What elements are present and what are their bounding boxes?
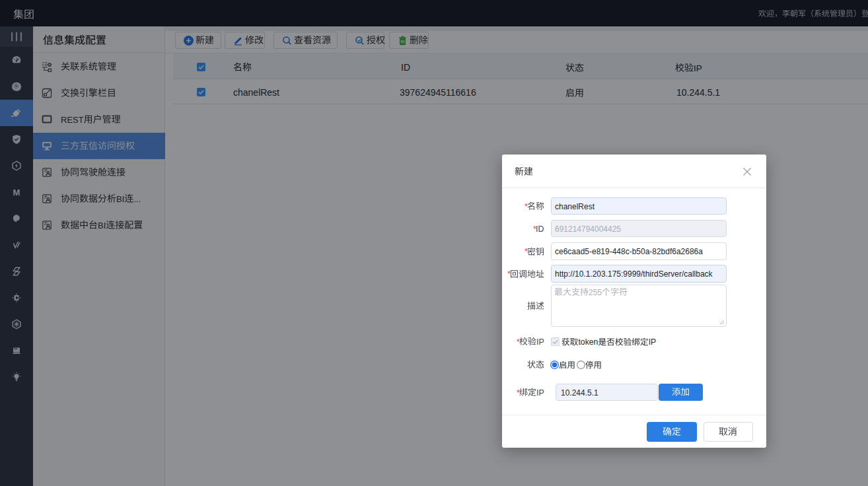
svg-text:chanelRest: chanelRest (555, 202, 595, 211)
svg-text:*: * (517, 337, 520, 347)
svg-text:ce6caad5-e819-448c-b50a-82bdf6: ce6caad5-e819-448c-b50a-82bdf6a2686a (555, 247, 703, 256)
svg-text:IP: IP (536, 388, 544, 398)
svg-text:255: 255 (589, 288, 602, 297)
svg-text:691214794004425: 691214794004425 (555, 225, 621, 234)
svg-text:*: * (524, 247, 528, 256)
svg-text:*: * (524, 202, 528, 211)
svg-text:IP: IP (648, 337, 656, 347)
svg-text:*: * (533, 225, 536, 234)
svg-text:http://10.1.203.175:9999/third: http://10.1.203.175:9999/thirdServer/cal… (555, 269, 713, 279)
svg-text:token: token (578, 337, 598, 347)
svg-text:10.244.5.1: 10.244.5.1 (561, 388, 598, 398)
svg-text:IP: IP (536, 337, 544, 347)
svg-text:*: * (507, 269, 511, 279)
svg-text:*: * (517, 388, 520, 398)
